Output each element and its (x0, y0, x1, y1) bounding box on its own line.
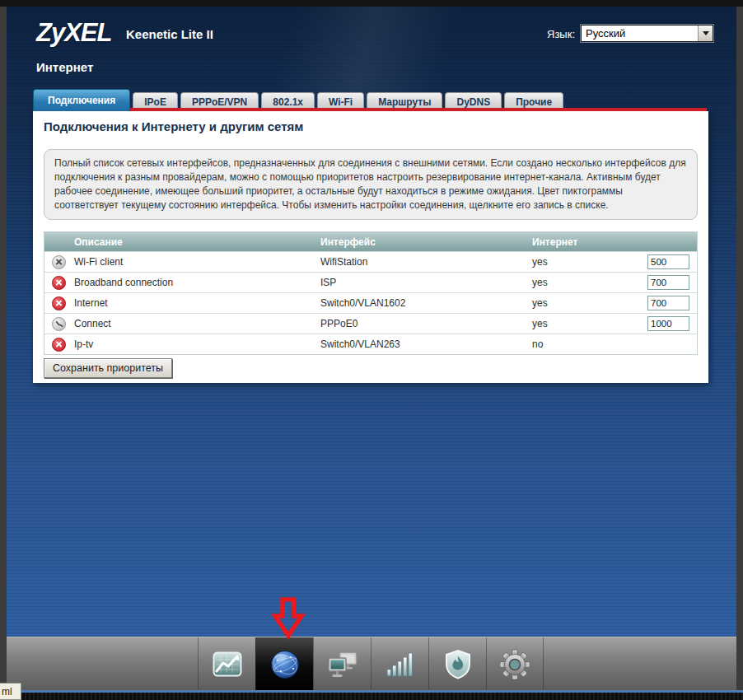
globe-icon (269, 649, 301, 680)
connection-internet: yes (532, 297, 647, 309)
tab-accent-line (33, 108, 707, 111)
page-title: Интернет (36, 60, 93, 74)
connection-internet: yes (532, 277, 647, 288)
connections-table: Описание Интерфейс Интернет Wi-Fi client… (44, 231, 698, 355)
red-arrow-annotation (270, 596, 306, 641)
connection-interface: Switch0/VLAN263 (320, 338, 532, 350)
chevron-down-icon (703, 31, 709, 35)
language-selected-value: Русский (582, 26, 698, 41)
toolbar-internet[interactable] (255, 637, 313, 691)
language-select[interactable]: Русский (581, 25, 713, 42)
gear-icon (499, 649, 530, 680)
language-dropdown-button[interactable] (698, 26, 713, 41)
chart-icon (213, 651, 242, 677)
toolbar-security[interactable] (428, 637, 486, 691)
table-row[interactable]: Internet Switch0/VLAN1602 yes (44, 292, 697, 313)
table-row[interactable]: Wi-Fi client WifiStation yes (44, 251, 697, 272)
toolbar-wifi[interactable] (371, 637, 428, 691)
priority-input[interactable] (647, 254, 689, 269)
content-panel: Подключения к Интернету и другим сетям П… (33, 111, 708, 383)
connection-description: Ip-tv (74, 338, 320, 350)
column-header-internet: Интернет (532, 236, 647, 248)
table-row[interactable]: Connect PPPoE0 yes (44, 313, 697, 334)
device-model-label: Keenetic Lite II (126, 27, 213, 41)
connection-description: Internet (74, 297, 320, 309)
save-priorities-button[interactable]: Сохранить приоритеты (44, 358, 172, 378)
column-header-interface: Интерфейс (320, 236, 532, 248)
toolbar-home-network[interactable] (313, 637, 371, 691)
connection-interface: ISP (320, 277, 532, 288)
status-error-icon (52, 276, 66, 290)
bottom-toolbar (7, 637, 736, 690)
connection-interface: PPPoE0 (320, 318, 532, 329)
status-error-icon (52, 338, 66, 352)
table-row[interactable]: Ip-tv Switch0/VLAN263 no (44, 334, 697, 354)
toolbar-system-monitor[interactable] (198, 637, 255, 691)
shield-icon (443, 649, 473, 679)
status-error-icon (52, 296, 66, 310)
toolbar-settings[interactable] (486, 637, 544, 691)
browser-status-tooltip: ml (0, 683, 21, 700)
zyxel-logo: ZyXEL (36, 18, 111, 48)
priority-input[interactable] (647, 275, 689, 290)
signal-bars-icon (385, 651, 416, 678)
status-waiting-icon (52, 317, 66, 331)
connection-interface: WifiStation (320, 256, 532, 268)
column-header-description: Описание (74, 236, 320, 248)
table-row[interactable]: Broadband connection ISP yes (44, 272, 697, 292)
connection-internet: yes (532, 256, 647, 268)
connection-internet: yes (532, 318, 647, 329)
connection-description: Broadband connection (74, 277, 320, 288)
language-label: Язык: (547, 28, 575, 40)
status-disabled-icon (52, 255, 66, 269)
connection-interface: Switch0/VLAN1602 (320, 297, 532, 309)
window-top-strip (0, 0, 743, 7)
toolbar-cells (198, 637, 544, 691)
priority-input[interactable] (647, 296, 689, 310)
table-header-row: Описание Интерфейс Интернет (44, 232, 697, 251)
monitors-icon (327, 651, 358, 679)
tab-connections[interactable]: Подключения (33, 89, 130, 111)
connection-description: Wi-Fi client (74, 256, 320, 268)
window-bottom-strip (0, 693, 743, 700)
priority-input[interactable] (647, 316, 689, 331)
description-box: Полный список сетевых интерфейсов, предн… (44, 149, 698, 220)
connection-internet: no (532, 338, 647, 350)
section-heading: Подключения к Интернету и другим сетям (44, 119, 303, 133)
connection-description: Connect (74, 318, 320, 329)
